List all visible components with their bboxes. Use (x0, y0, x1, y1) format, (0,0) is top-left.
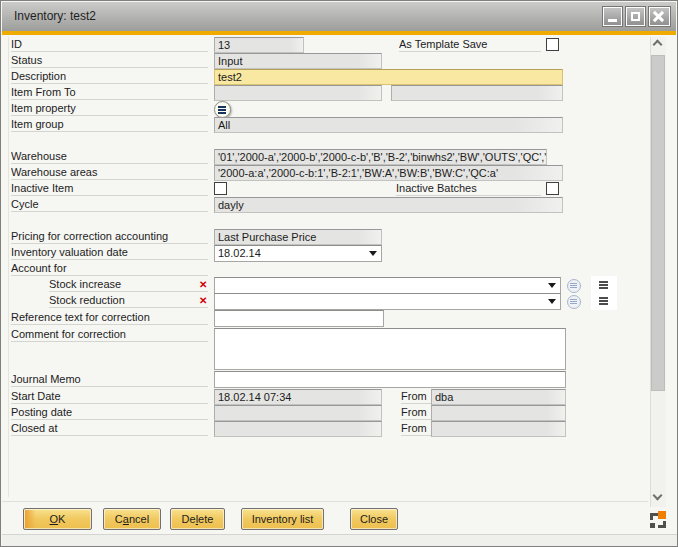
inactive-item-label: Inactive Item (11, 181, 208, 196)
inventory-valuation-date-label: Inventory valuation date (11, 245, 208, 260)
as-template-save-label: As Template Save (399, 37, 541, 52)
stock-increase-combo[interactable] (214, 277, 561, 294)
closed-at-label: Closed at (11, 421, 208, 436)
maximize-icon (631, 12, 640, 21)
delete-button[interactable]: Delete (170, 508, 225, 530)
client-frame-line (8, 37, 9, 497)
maximize-button[interactable] (625, 6, 646, 27)
scroll-up-button[interactable] (650, 37, 666, 52)
posting-date-label: Posting date (11, 405, 208, 420)
pricing-for-correction-accounting-label: Pricing for correction accounting (11, 229, 208, 244)
ok-button[interactable]: OK (23, 508, 92, 530)
stock-increase-label: Stock increase (49, 277, 208, 292)
cancel-button[interactable]: Cancel (103, 508, 161, 530)
inventory-list-button[interactable]: Inventory list (241, 508, 324, 530)
accent-bar (2, 31, 676, 35)
list-lines-icon (218, 106, 226, 108)
inactive-batches-label: Inactive Batches (396, 181, 541, 196)
minimize-icon (608, 19, 617, 22)
dropdown-arrow-icon (548, 283, 556, 288)
description-field[interactable]: test2 (214, 69, 563, 85)
start-date-from-value: dba (431, 389, 566, 405)
posting-date-value (214, 405, 382, 421)
minimize-button[interactable] (602, 6, 623, 27)
stock-increase-menu-icon[interactable] (599, 281, 608, 283)
warehouse-areas-label: Warehouse areas (11, 165, 208, 180)
journal-memo-label: Journal Memo (11, 372, 208, 387)
closed-at-value (214, 421, 382, 437)
start-date-from-label: From (401, 389, 431, 404)
account-for-label: Account for (11, 261, 208, 276)
choose-from-list-icon (570, 283, 577, 284)
status-value: Input (214, 53, 382, 69)
chevron-up-icon (653, 40, 663, 50)
stock-increase-browse-button[interactable] (567, 279, 581, 293)
required-x-icon (199, 279, 209, 291)
item-from-field (214, 85, 382, 101)
start-date-label: Start Date (11, 389, 208, 404)
bottom-frame-strip (2, 535, 678, 547)
item-property-browse-button[interactable] (214, 101, 231, 118)
item-group-label: Item group (11, 117, 208, 132)
cycle-label: Cycle (11, 197, 208, 212)
stock-reduction-menu-icon[interactable] (599, 297, 608, 299)
stock-reduction-browse-button[interactable] (567, 295, 581, 309)
inventory-dialog-window: Inventory: test2 ID 13 As Template Save … (0, 0, 678, 547)
warehouse-areas-value: '2000-a:a','2000-c-b:1','B-2:1','BW:A','… (214, 165, 563, 181)
description-label: Description (11, 69, 208, 84)
reference-text-input[interactable] (214, 310, 384, 327)
inactive-batches-checkbox[interactable] (546, 182, 559, 195)
inventory-valuation-date-value: 18.02.14 (218, 246, 367, 261)
status-label: Status (11, 53, 208, 68)
choose-from-list-icon (570, 299, 577, 300)
start-date-value: 18.02.14 07:34 (214, 389, 382, 405)
posting-date-from-label: From (401, 405, 431, 420)
close-footer-button[interactable]: Close (350, 508, 398, 530)
reference-text-for-correction-label: Reference text for correction (11, 310, 208, 325)
footer-divider (2, 501, 648, 502)
stock-reduction-label: Stock reduction (49, 293, 208, 308)
item-property-label: Item property (11, 101, 208, 116)
window-title-bar[interactable]: Inventory: test2 (2, 2, 676, 31)
form-resize-icon[interactable] (650, 511, 667, 528)
stock-reduction-menu-strip (591, 292, 617, 310)
window-title: Inventory: test2 (14, 2, 96, 31)
inactive-item-checkbox[interactable] (214, 182, 227, 195)
scroll-down-button[interactable] (650, 492, 666, 507)
journal-memo-input[interactable] (214, 371, 566, 388)
dropdown-arrow-icon (369, 251, 377, 256)
pricing-for-correction-accounting-value: Last Purchase Price (214, 229, 382, 245)
item-group-value: All (214, 117, 563, 133)
id-value: 13 (214, 37, 304, 53)
scrollbar-thumb[interactable] (651, 55, 665, 391)
comment-for-correction-label: Comment for correction (11, 327, 208, 342)
dropdown-arrow-icon (548, 299, 556, 304)
warehouse-value: '01','2000-a','2000-b','2000-c-b','B','B… (214, 149, 547, 165)
close-button[interactable] (648, 6, 671, 27)
chevron-down-icon (653, 491, 663, 501)
cycle-value: dayly (214, 197, 563, 213)
stock-reduction-combo[interactable] (214, 293, 561, 310)
comment-for-correction-textarea[interactable] (214, 328, 566, 370)
inventory-valuation-date-combo[interactable]: 18.02.14 (214, 245, 382, 262)
closed-at-from-value (431, 421, 566, 437)
closed-at-from-label: From (401, 421, 431, 436)
as-template-save-checkbox[interactable] (546, 38, 559, 51)
required-x-icon (199, 295, 209, 307)
item-to-field (391, 85, 563, 101)
id-label: ID (11, 37, 208, 52)
warehouse-label: Warehouse (11, 149, 208, 164)
posting-date-from-value (431, 405, 566, 421)
item-from-to-label: Item From To (11, 85, 208, 100)
